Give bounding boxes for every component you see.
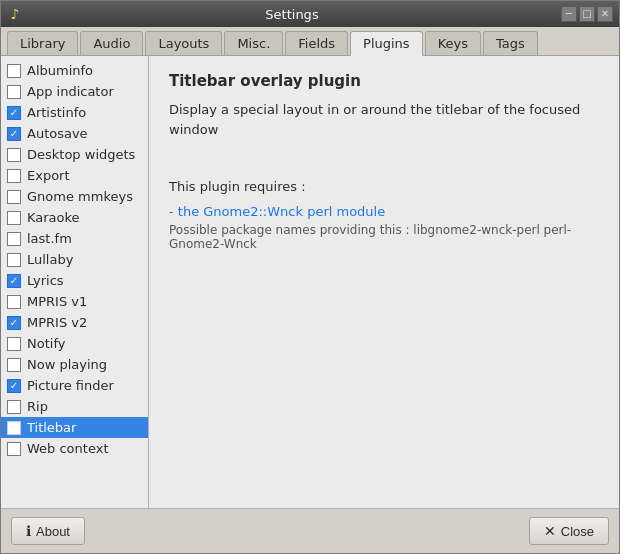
plugin-detail-title: Titlebar overlay plugin: [169, 72, 599, 90]
plugin-label-autosave: Autosave: [27, 126, 88, 141]
plugin-checkbox-web-context[interactable]: [7, 442, 21, 456]
plugin-item-rip[interactable]: Rip: [1, 396, 148, 417]
plugin-item-web-context[interactable]: Web context: [1, 438, 148, 459]
tab-audio[interactable]: Audio: [80, 31, 143, 55]
plugin-item-notify[interactable]: Notify: [1, 333, 148, 354]
plugin-label-export: Export: [27, 168, 70, 183]
plugin-checkbox-albuminfo[interactable]: [7, 64, 21, 78]
tab-misc[interactable]: Misc.: [224, 31, 283, 55]
plugin-checkbox-rip[interactable]: [7, 400, 21, 414]
plugin-item-karaoke[interactable]: Karaoke: [1, 207, 148, 228]
titlebar: ♪ Settings ─ □ ✕: [1, 1, 619, 27]
plugin-checkbox-export[interactable]: [7, 169, 21, 183]
plugin-checkbox-artistinfo[interactable]: [7, 106, 21, 120]
plugin-detail: Titlebar overlay plugin Display a specia…: [149, 56, 619, 508]
plugin-label-picture-finder: Picture finder: [27, 378, 114, 393]
plugin-label-lastfm: last.fm: [27, 231, 72, 246]
tab-fields[interactable]: Fields: [285, 31, 348, 55]
requires-packages: Possible package names providing this : …: [169, 223, 599, 251]
plugin-item-now-playing[interactable]: Now playing: [1, 354, 148, 375]
plugin-label-now-playing: Now playing: [27, 357, 107, 372]
tab-tags[interactable]: Tags: [483, 31, 538, 55]
plugin-item-lyrics[interactable]: Lyrics: [1, 270, 148, 291]
plugin-label-mpris-v2: MPRIS v2: [27, 315, 87, 330]
tab-keys[interactable]: Keys: [425, 31, 481, 55]
plugin-item-autosave[interactable]: Autosave: [1, 123, 148, 144]
plugin-item-mpris-v2[interactable]: MPRIS v2: [1, 312, 148, 333]
settings-window: ♪ Settings ─ □ ✕ Library Audio Layouts M…: [0, 0, 620, 554]
plugin-item-titlebar[interactable]: Titlebar: [1, 417, 148, 438]
plugin-label-titlebar: Titlebar: [27, 420, 76, 435]
plugin-label-gnome-mmkeys: Gnome mmkeys: [27, 189, 133, 204]
plugin-checkbox-titlebar[interactable]: [7, 421, 21, 435]
plugin-item-gnome-mmkeys[interactable]: Gnome mmkeys: [1, 186, 148, 207]
plugin-label-notify: Notify: [27, 336, 65, 351]
about-button[interactable]: ℹ About: [11, 517, 85, 545]
titlebar-buttons: ─ □ ✕: [561, 6, 613, 22]
tabs-bar: Library Audio Layouts Misc. Fields Plugi…: [1, 27, 619, 56]
plugin-checkbox-picture-finder[interactable]: [7, 379, 21, 393]
plugin-item-app-indicator[interactable]: App indicator: [1, 81, 148, 102]
plugin-label-mpris-v1: MPRIS v1: [27, 294, 87, 309]
plugin-label-rip: Rip: [27, 399, 48, 414]
plugin-checkbox-mpris-v1[interactable]: [7, 295, 21, 309]
plugin-checkbox-mpris-v2[interactable]: [7, 316, 21, 330]
tab-library[interactable]: Library: [7, 31, 78, 55]
requires-label: This plugin requires :: [169, 179, 599, 194]
requires-section: This plugin requires : - the Gnome2::Wnc…: [169, 179, 599, 251]
plugin-checkbox-notify[interactable]: [7, 337, 21, 351]
footer: ℹ About ✕ Close: [1, 508, 619, 553]
plugin-label-karaoke: Karaoke: [27, 210, 80, 225]
about-label: About: [36, 524, 70, 539]
requires-module: - the Gnome2::Wnck perl module: [169, 204, 599, 219]
plugin-checkbox-autosave[interactable]: [7, 127, 21, 141]
plugin-checkbox-gnome-mmkeys[interactable]: [7, 190, 21, 204]
plugin-item-picture-finder[interactable]: Picture finder: [1, 375, 148, 396]
plugin-label-lullaby: Lullaby: [27, 252, 73, 267]
close-label: Close: [561, 524, 594, 539]
plugin-label-artistinfo: Artistinfo: [27, 105, 86, 120]
plugin-item-artistinfo[interactable]: Artistinfo: [1, 102, 148, 123]
app-icon: ♪: [7, 6, 23, 22]
plugin-item-lastfm[interactable]: last.fm: [1, 228, 148, 249]
close-icon: ✕: [544, 523, 556, 539]
plugin-list: Albuminfo App indicator Artistinfo Autos…: [1, 56, 149, 508]
plugin-checkbox-app-indicator[interactable]: [7, 85, 21, 99]
close-window-button[interactable]: ✕: [597, 6, 613, 22]
plugin-detail-description: Display a special layout in or around th…: [169, 100, 599, 139]
plugin-label-web-context: Web context: [27, 441, 108, 456]
plugin-label-lyrics: Lyrics: [27, 273, 64, 288]
plugin-item-desktop-widgets[interactable]: Desktop widgets: [1, 144, 148, 165]
minimize-button[interactable]: ─: [561, 6, 577, 22]
tab-layouts[interactable]: Layouts: [145, 31, 222, 55]
maximize-button[interactable]: □: [579, 6, 595, 22]
window-title: Settings: [23, 7, 561, 22]
plugin-label-app-indicator: App indicator: [27, 84, 114, 99]
plugin-checkbox-now-playing[interactable]: [7, 358, 21, 372]
close-button[interactable]: ✕ Close: [529, 517, 609, 545]
plugin-checkbox-desktop-widgets[interactable]: [7, 148, 21, 162]
plugin-item-mpris-v1[interactable]: MPRIS v1: [1, 291, 148, 312]
plugin-checkbox-lastfm[interactable]: [7, 232, 21, 246]
plugin-checkbox-lullaby[interactable]: [7, 253, 21, 267]
plugin-label-desktop-widgets: Desktop widgets: [27, 147, 135, 162]
tab-plugins[interactable]: Plugins: [350, 31, 423, 56]
plugin-item-albuminfo[interactable]: Albuminfo: [1, 60, 148, 81]
plugin-checkbox-lyrics[interactable]: [7, 274, 21, 288]
plugin-item-lullaby[interactable]: Lullaby: [1, 249, 148, 270]
plugin-checkbox-karaoke[interactable]: [7, 211, 21, 225]
plugin-label-albuminfo: Albuminfo: [27, 63, 93, 78]
about-icon: ℹ: [26, 523, 31, 539]
plugin-item-export[interactable]: Export: [1, 165, 148, 186]
content-area: Albuminfo App indicator Artistinfo Autos…: [1, 56, 619, 508]
